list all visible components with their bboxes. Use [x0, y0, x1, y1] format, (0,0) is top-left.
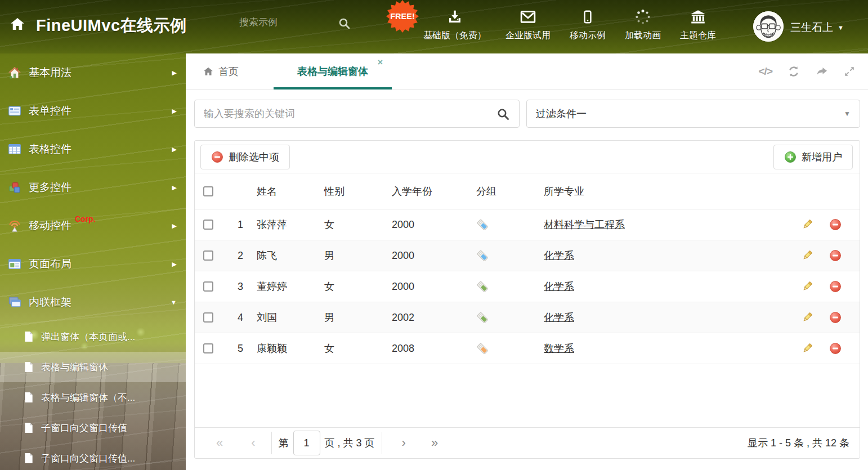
cell-name: 康颖颖	[243, 342, 316, 355]
cell-year: 2002	[384, 312, 468, 324]
edit-icon[interactable]	[801, 249, 813, 262]
col-header-year: 入学年份	[384, 185, 468, 198]
nav-theme-repo[interactable]: 主题仓库	[680, 7, 716, 42]
delete-icon[interactable]	[829, 311, 842, 324]
sidebar-item-mobile-controls[interactable]: 移动控件 Corp. ▶	[0, 207, 186, 245]
delete-icon[interactable]	[829, 249, 842, 262]
sidebar-label: 移动控件	[29, 218, 71, 233]
delete-selected-label: 删除选中项	[229, 150, 279, 164]
sidebar-subitem-child-to-parent-2[interactable]: 子窗口向父窗口传值...	[0, 443, 186, 470]
home-icon[interactable]	[9, 16, 26, 33]
filter-value: 过滤条件一	[536, 107, 587, 120]
row-checkbox[interactable]	[203, 343, 213, 353]
table-row: 4 刘国 男 2002 化学系	[195, 302, 860, 333]
sidebar-label: 页面布局	[29, 257, 71, 271]
keyword-search	[194, 100, 520, 128]
row-checkbox[interactable]	[203, 250, 213, 261]
tag-icon	[476, 342, 489, 355]
major-link[interactable]: 化学系	[544, 312, 574, 323]
tab-grid-edit-window[interactable]: 表格与编辑窗体 ×	[274, 53, 392, 89]
sidebar-item-grid-controls[interactable]: 表格控件 ▶	[0, 130, 186, 168]
keyword-search-input[interactable]	[195, 100, 519, 127]
edit-icon[interactable]	[801, 342, 813, 355]
sidebar-item-page-layout[interactable]: 页面布局 ▶	[0, 245, 186, 283]
nav-label: 企业版试用	[505, 30, 551, 42]
cell-name: 陈飞	[243, 249, 316, 262]
next-page-icon[interactable]: ›	[402, 437, 406, 449]
edit-icon[interactable]	[801, 280, 813, 293]
arrow-right-icon: ▶	[172, 146, 177, 153]
delete-selected-button[interactable]: 删除选中项	[200, 145, 290, 169]
expand-icon[interactable]	[843, 65, 856, 78]
corp-badge: Corp.	[75, 214, 96, 223]
row-checkbox[interactable]	[203, 281, 213, 292]
table-empty-space	[195, 364, 860, 427]
row-checkbox[interactable]	[203, 220, 213, 230]
filter-row: 过滤条件一 ▼	[194, 100, 860, 128]
cell-gender: 女	[316, 218, 384, 231]
user-menu[interactable]: 三生石上 ▼	[790, 20, 844, 35]
major-link[interactable]: 材料科学与工程系	[544, 219, 625, 230]
sidebar-item-more-controls[interactable]: 更多控件 ▶	[0, 168, 186, 207]
major-link[interactable]: 数学系	[544, 343, 574, 354]
nav-mobile-demo[interactable]: 移动示例	[570, 7, 606, 42]
tab-active-label: 表格与编辑窗体	[297, 65, 368, 78]
last-page-icon[interactable]: »	[431, 437, 438, 449]
sidebar-sublabel: 子窗口向父窗口传值...	[41, 452, 135, 465]
sidebar-item-basic-usage[interactable]: 基本用法 ▶	[0, 53, 186, 92]
close-icon[interactable]: ×	[378, 58, 383, 67]
cell-year: 2000	[384, 219, 468, 231]
header-search-input[interactable]	[239, 17, 329, 28]
sidebar-subitem-popup-window[interactable]: 弹出窗体（本页面或...	[0, 321, 186, 352]
select-all-checkbox[interactable]	[203, 186, 213, 196]
arrow-right-icon: ▶	[172, 69, 177, 77]
filter-select[interactable]: 过滤条件一 ▼	[526, 100, 860, 128]
nav-enterprise-trial[interactable]: 企业版试用	[505, 7, 551, 42]
sidebar-label: 更多控件	[29, 180, 71, 195]
sidebar-label: 内联框架	[29, 295, 71, 310]
sidebar-item-form-controls[interactable]: 表单控件 ▶	[0, 92, 186, 130]
delete-icon[interactable]	[829, 342, 842, 355]
search-icon[interactable]	[496, 108, 510, 121]
sidebar-item-iframe[interactable]: 内联框架 ▼	[0, 283, 186, 321]
delete-icon[interactable]	[829, 280, 842, 293]
add-user-button[interactable]: 新增用户	[773, 145, 853, 169]
major-link[interactable]: 化学系	[544, 250, 574, 261]
tab-bar: 首页 表格与编辑窗体 × </>	[186, 53, 868, 89]
prev-page-icon[interactable]: ‹	[251, 437, 255, 449]
sidebar-subitem-grid-edit-window-2[interactable]: 表格与编辑窗体（不...	[0, 382, 186, 413]
form-icon	[8, 104, 21, 118]
spinner-icon	[634, 7, 651, 26]
col-header-gender: 性别	[316, 185, 384, 198]
cell-name: 张萍萍	[243, 218, 316, 231]
sidebar-subitem-grid-edit-window[interactable]: 表格与编辑窗体	[0, 352, 186, 382]
edit-icon[interactable]	[801, 218, 813, 231]
share-icon[interactable]	[815, 65, 829, 78]
major-link[interactable]: 化学系	[544, 281, 574, 292]
edit-icon[interactable]	[801, 311, 813, 324]
download-icon	[446, 7, 463, 26]
page-prefix: 第	[279, 436, 289, 450]
header-search-icon[interactable]	[338, 17, 351, 30]
nav-loading-anim[interactable]: 加载动画	[625, 7, 661, 42]
grid-toolbar: 删除选中项 新增用户	[195, 141, 860, 173]
app-title[interactable]: FineUIMvc在线示例	[36, 15, 187, 37]
pagination-bar: « ‹ 第 页 , 共 3 页 › » 显示 1 - 5 条 , 共 12 条	[195, 427, 860, 458]
avatar[interactable]	[753, 11, 784, 42]
page-number-input[interactable]	[293, 431, 320, 455]
layout-icon	[8, 257, 21, 271]
first-page-icon[interactable]: «	[216, 437, 223, 449]
tab-tools: </>	[759, 53, 856, 89]
row-checkbox[interactable]	[203, 312, 213, 323]
sidebar-subitem-child-to-parent[interactable]: 子窗口向父窗口传值	[0, 413, 186, 443]
refresh-icon[interactable]	[787, 65, 800, 78]
delete-icon[interactable]	[829, 218, 842, 231]
table-icon	[8, 142, 21, 156]
sidebar-sublabel: 表格与编辑窗体（不...	[41, 391, 135, 404]
view-source-icon[interactable]: </>	[759, 65, 772, 78]
nav-label: 主题仓库	[680, 30, 716, 42]
arrow-right-icon: ▶	[172, 108, 177, 115]
nav-basic-free[interactable]: 基础版（免费）	[423, 7, 486, 42]
frames-icon	[8, 296, 21, 309]
tab-home[interactable]: 首页	[203, 65, 239, 78]
